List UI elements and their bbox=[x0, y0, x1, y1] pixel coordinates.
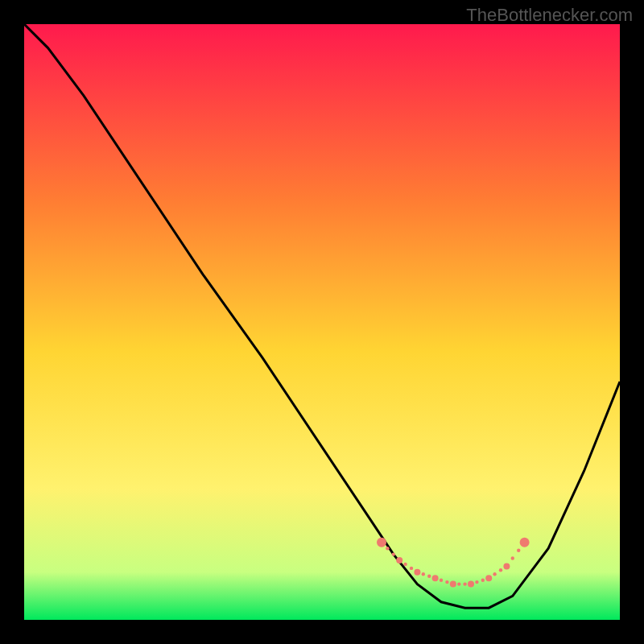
optimal-marker bbox=[503, 563, 510, 569]
svg-point-5 bbox=[427, 575, 431, 578]
svg-point-13 bbox=[499, 568, 502, 572]
svg-point-8 bbox=[457, 582, 460, 585]
optimal-marker bbox=[450, 581, 456, 588]
svg-point-10 bbox=[475, 580, 478, 584]
bottleneck-chart bbox=[24, 24, 620, 620]
gradient-background bbox=[24, 24, 620, 620]
svg-point-12 bbox=[493, 572, 496, 576]
svg-point-6 bbox=[440, 579, 443, 582]
svg-point-15 bbox=[517, 549, 520, 552]
svg-point-7 bbox=[445, 580, 448, 584]
svg-point-14 bbox=[511, 556, 514, 559]
svg-point-3 bbox=[410, 567, 413, 570]
svg-point-9 bbox=[463, 582, 466, 585]
svg-point-0 bbox=[386, 547, 389, 550]
optimal-marker bbox=[396, 557, 402, 564]
svg-point-2 bbox=[403, 563, 407, 566]
svg-point-11 bbox=[481, 579, 485, 582]
optimal-marker bbox=[414, 569, 420, 576]
chart-svg bbox=[24, 24, 620, 620]
optimal-marker bbox=[520, 538, 530, 547]
optimal-marker bbox=[377, 538, 386, 547]
watermark-text: TheBottlenecker.com bbox=[466, 5, 633, 26]
optimal-marker bbox=[485, 575, 492, 581]
svg-point-4 bbox=[422, 572, 425, 576]
optimal-marker bbox=[432, 575, 439, 581]
svg-point-1 bbox=[392, 552, 395, 555]
optimal-marker bbox=[468, 581, 474, 588]
